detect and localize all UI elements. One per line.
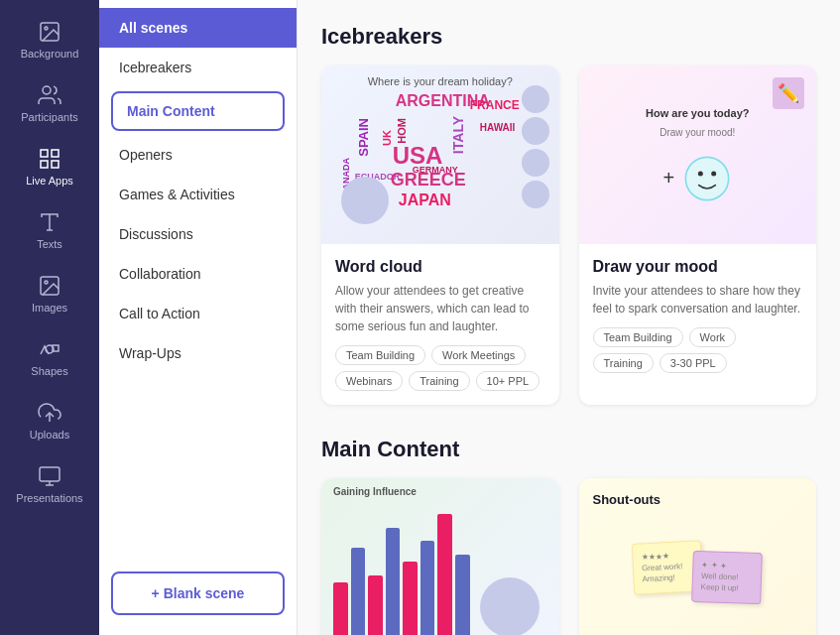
nav-item-openers[interactable]: Openers [99, 135, 297, 175]
sidebar-icons-panel: Background Participants Live Apps Texts … [0, 0, 99, 635]
pencil-icon: ✏️ [773, 77, 804, 109]
nav-item-all-scenes[interactable]: All scenes [99, 8, 297, 48]
nav-item-collaboration[interactable]: Collaboration [99, 254, 297, 294]
smiley-svg [682, 154, 732, 203]
draw-mood-visual: How are you today? Draw your mood! + ✏️ [579, 65, 817, 244]
sidebar-item-background-label: Background [21, 48, 79, 60]
word-cloud-main-avatar [341, 177, 389, 224]
dym-tag-training: Training [593, 353, 654, 373]
chart-bars [333, 500, 470, 635]
dm-question: How are you today? [646, 107, 750, 119]
bar-4 [386, 528, 401, 635]
gaining-influence-preview: Gaining Influence [321, 478, 559, 635]
shoutout-title-overlay: Shout-outs [593, 492, 661, 507]
word-cloud-preview: Where is your dream holiday? ARGENTINA S… [321, 65, 559, 244]
tag-webinars: Webinars [335, 371, 403, 391]
wc-word-italy: ITALY [450, 116, 466, 154]
word-cloud-title: Word cloud [335, 258, 545, 276]
main-content-section-title: Main Content [321, 437, 816, 462]
upload-icon [38, 401, 61, 425]
sidebar-item-uploads-label: Uploads [30, 429, 69, 441]
image-icon [38, 20, 61, 44]
shout-outs-preview: Shout-outs ★★★★Great work!Amazing! ✦ ✦ ✦… [579, 478, 817, 635]
svg-point-2 [43, 86, 51, 94]
wc-word-france: FRANCE [470, 98, 520, 112]
apps-icon [38, 147, 61, 171]
dym-tag-work: Work [689, 327, 736, 347]
nav-item-call-to-action[interactable]: Call to Action [99, 294, 297, 333]
main-content-cards-grid: Gaining Influence Gaining Influe [321, 478, 816, 635]
dm-smiley-row: + [662, 154, 732, 203]
bar-6 [420, 541, 435, 635]
icebreakers-cards-grid: Where is your dream holiday? ARGENTINA S… [321, 65, 816, 405]
bar-5 [403, 562, 418, 635]
sidebar-item-images-label: Images [32, 302, 67, 314]
sidebar-item-texts[interactable]: Texts [6, 200, 93, 260]
sidebar-item-presentations-label: Presentations [16, 492, 82, 504]
nav-item-main-content[interactable]: Main Content [111, 91, 285, 131]
nav-item-wrap-ups[interactable]: Wrap-Ups [99, 333, 297, 373]
sidebar-item-participants[interactable]: Participants [6, 73, 93, 133]
sidebar-item-texts-label: Texts [37, 238, 62, 250]
sidebar-item-images[interactable]: Images [6, 264, 93, 323]
word-cloud-card[interactable]: Where is your dream holiday? ARGENTINA S… [321, 65, 559, 405]
svg-point-19 [711, 171, 716, 176]
word-cloud-tags: Team Building Work Meetings Webinars Tra… [335, 345, 545, 391]
sidebar-item-live-apps-label: Live Apps [26, 175, 73, 187]
svg-rect-3 [41, 150, 48, 157]
sidebar-item-live-apps[interactable]: Live Apps [6, 137, 93, 196]
draw-your-mood-card[interactable]: How are you today? Draw your mood! + ✏️ [579, 65, 817, 405]
sidebar-item-background[interactable]: Background [6, 10, 93, 69]
people-icon [38, 83, 61, 107]
shapes-icon [38, 337, 61, 361]
wc-word-hawaii: HAWAII [480, 122, 516, 133]
tag-work-meetings: Work Meetings [431, 345, 526, 365]
wc-word-spain: SPAIN [356, 118, 371, 157]
bar-8 [455, 555, 470, 635]
wc-word-uk: UK [381, 130, 393, 146]
bar-3 [368, 575, 383, 635]
bar-2 [351, 548, 366, 635]
word-cloud-card-body: Word cloud Allow your attendees to get c… [321, 244, 559, 405]
tag-training: Training [409, 371, 469, 391]
tag-team-building: Team Building [335, 345, 425, 365]
draw-your-mood-preview: How are you today? Draw your mood! + ✏️ [579, 65, 817, 244]
bar-7 [437, 514, 452, 635]
nav-item-icebreakers[interactable]: Icebreakers [99, 48, 297, 87]
icebreakers-section-title: Icebreakers [321, 24, 816, 50]
svg-point-10 [45, 281, 48, 284]
sidebar-item-presentations[interactable]: Presentations [6, 454, 93, 514]
photo-icon [38, 274, 61, 298]
sidebar-item-participants-label: Participants [21, 111, 77, 123]
draw-your-mood-title: Draw your mood [593, 258, 803, 276]
bar-1 [333, 582, 348, 635]
text-icon [38, 210, 61, 234]
word-cloud-visual: Where is your dream holiday? ARGENTINA S… [321, 65, 559, 244]
dym-tag-team-building: Team Building [593, 327, 683, 347]
svg-rect-5 [41, 161, 48, 168]
nav-item-games-activities[interactable]: Games & Activities [99, 175, 297, 214]
sidebar-item-uploads[interactable]: Uploads [6, 391, 93, 450]
draw-your-mood-tags: Team Building Work Training 3-30 PPL [593, 327, 803, 373]
chart-label: Gaining Influence [333, 486, 417, 497]
gaining-influence-card[interactable]: Gaining Influence Gaining Influe [321, 478, 559, 635]
sticky-note-2: ✦ ✦ ✦Well done!Keep it up! [691, 551, 763, 604]
svg-rect-4 [52, 150, 59, 157]
svg-point-17 [685, 157, 728, 199]
svg-point-1 [45, 27, 48, 30]
svg-rect-14 [40, 467, 60, 481]
sidebar-item-shapes[interactable]: Shapes [6, 327, 93, 387]
presentation-icon [38, 464, 61, 488]
wc-word-japan: JAPAN [399, 191, 451, 209]
shout-outs-card[interactable]: Shout-outs ★★★★Great work!Amazing! ✦ ✦ ✦… [579, 478, 817, 635]
chart-visual: Gaining Influence [321, 478, 559, 635]
nav-item-discussions[interactable]: Discussions [99, 214, 297, 254]
dym-tag-ppl: 3-30 PPL [660, 353, 727, 373]
wc-question: Where is your dream holiday? [368, 75, 513, 87]
svg-rect-6 [52, 161, 59, 168]
dm-subtitle: Draw your mood! [660, 127, 735, 138]
svg-point-18 [698, 171, 703, 176]
word-cloud-desc: Allow your attendees to get creative wit… [335, 282, 545, 335]
chart-avatar [480, 577, 540, 635]
blank-scene-button[interactable]: + Blank scene [111, 572, 285, 615]
